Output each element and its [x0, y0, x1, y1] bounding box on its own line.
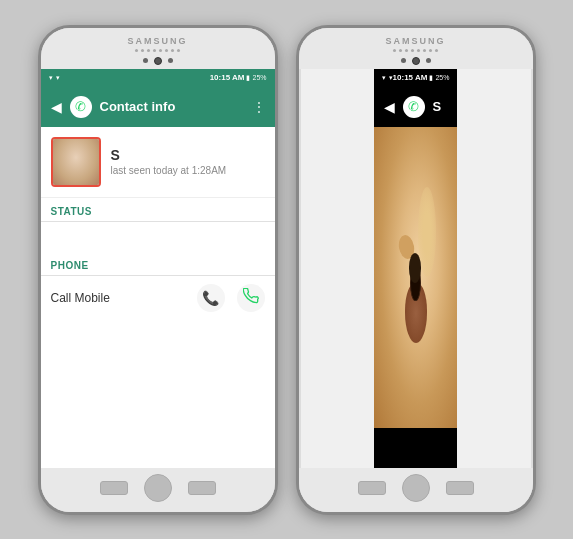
status-time-left: 10:15 AM — [210, 73, 245, 82]
back-button-right[interactable]: ◀ — [384, 99, 395, 115]
sensor2-icon-left — [168, 58, 173, 63]
speaker-dot — [141, 49, 144, 52]
whatsapp-logo-left: ✆ — [70, 96, 92, 118]
whatsapp-logo-right: ✆ — [403, 96, 425, 118]
profile-image-area — [374, 127, 458, 428]
speaker-dot — [165, 49, 168, 52]
status-section-label: STATUS — [41, 198, 275, 222]
camera-icon-left — [154, 57, 162, 65]
recent-nav-btn-left[interactable] — [188, 481, 216, 495]
whatsapp-icon-right: ✆ — [408, 99, 419, 114]
camera-row-right — [401, 57, 431, 65]
speaker-dot — [153, 49, 156, 52]
sensor2-icon-right — [426, 58, 431, 63]
call-mobile-label: Call Mobile — [51, 291, 110, 305]
speaker-dot — [177, 49, 180, 52]
app-title-left: Contact info — [100, 99, 245, 114]
brand-label-left: SAMSUNG — [127, 36, 187, 46]
speaker-dots-left — [135, 49, 180, 52]
recent-nav-btn-right[interactable] — [446, 481, 474, 495]
contact-header: S last seen today at 1:28AM — [41, 127, 275, 198]
home-nav-btn-left[interactable] — [144, 474, 172, 502]
speaker-dot — [405, 49, 408, 52]
contact-initial-right: S — [433, 99, 448, 114]
back-button-left[interactable]: ◀ — [51, 99, 62, 115]
speaker-dot — [423, 49, 426, 52]
contact-last-seen: last seen today at 1:28AM — [111, 165, 265, 176]
home-nav-btn-right[interactable] — [402, 474, 430, 502]
speaker-dot — [417, 49, 420, 52]
speaker-dot — [147, 49, 150, 52]
speaker-dot — [393, 49, 396, 52]
menu-icon-left[interactable]: ⋮ — [253, 100, 265, 114]
status-bar-right: ▾ ▾ 10:15 AM ▮ 25% — [374, 69, 458, 87]
signal-icon-right: ▾ — [382, 74, 386, 82]
whatsapp-call-button[interactable] — [237, 284, 265, 312]
speaker-dot — [435, 49, 438, 52]
speaker-dot — [159, 49, 162, 52]
profile-bottom-bar — [374, 428, 458, 468]
battery-percent-left: 25% — [252, 74, 266, 81]
contact-avatar[interactable] — [51, 137, 101, 187]
status-icons-right: ▾ ▾ — [382, 74, 393, 82]
nav-buttons-right — [358, 474, 474, 502]
camera-icon-right — [412, 57, 420, 65]
signal-icon-left: ▾ — [49, 74, 53, 82]
wifi-icon-left: ▾ — [56, 74, 60, 82]
contact-info-block: S last seen today at 1:28AM — [111, 147, 265, 176]
phone-icon: 📞 — [202, 290, 219, 306]
sensor-icon-left — [143, 58, 148, 63]
brand-label-right: SAMSUNG — [385, 36, 445, 46]
back-nav-btn-left[interactable] — [100, 481, 128, 495]
speaker-dots-right — [393, 49, 438, 52]
speaker-dot — [135, 49, 138, 52]
content-left: S last seen today at 1:28AM STATUS PHONE… — [41, 127, 275, 468]
app-bar-left: ◀ ✆ Contact info ⋮ — [41, 87, 275, 127]
camera-row-left — [143, 57, 173, 65]
screen-right: ▾ ▾ 10:15 AM ▮ 25% ◀ ✆ S — [374, 69, 458, 468]
nav-buttons-left — [100, 474, 216, 502]
status-right-right: 10:15 AM ▮ 25% — [393, 73, 450, 82]
contact-name: S — [111, 147, 265, 163]
screen-left: ▾ ▾ 10:15 AM ▮ 25% ◀ ✆ Contact info ⋮ — [41, 69, 275, 468]
speaker-dot — [411, 49, 414, 52]
phone-top-left: SAMSUNG — [41, 28, 275, 69]
back-nav-btn-right[interactable] — [358, 481, 386, 495]
call-button[interactable]: 📞 — [197, 284, 225, 312]
call-mobile-row[interactable]: Call Mobile 📞 — [41, 276, 275, 320]
baby-profile-image — [374, 127, 458, 428]
speaker-dot — [399, 49, 402, 52]
battery-icon-right: ▮ — [429, 74, 433, 82]
avatar-image — [53, 139, 99, 185]
sensor-icon-right — [401, 58, 406, 63]
status-bar-left: ▾ ▾ 10:15 AM ▮ 25% — [41, 69, 275, 87]
battery-icon-left: ▮ — [246, 74, 250, 82]
status-right-left: 10:15 AM ▮ 25% — [210, 73, 267, 82]
battery-percent-right: 25% — [435, 74, 449, 81]
call-actions: 📞 — [197, 284, 265, 312]
phone-section-label: PHONE — [41, 252, 275, 276]
app-bar-icons-left: ⋮ — [253, 100, 265, 114]
right-phone: SAMSUNG ▾ ▾ 10:15 AM ▮ 25 — [296, 25, 536, 515]
status-icons-left: ▾ ▾ — [49, 74, 60, 82]
speaker-dot — [429, 49, 432, 52]
speaker-dot — [171, 49, 174, 52]
phone-bottom-left — [41, 468, 275, 512]
left-phone: SAMSUNG ▾ ▾ 10:15 AM ▮ 25 — [38, 25, 278, 515]
app-bar-right: ◀ ✆ S — [374, 87, 458, 127]
phone-top-right: SAMSUNG — [299, 28, 533, 69]
status-time-right: 10:15 AM — [393, 73, 428, 82]
whatsapp-call-icon — [243, 288, 259, 307]
status-section-content — [41, 222, 275, 252]
phone-bottom-right — [299, 468, 533, 512]
whatsapp-icon-left: ✆ — [75, 99, 86, 114]
